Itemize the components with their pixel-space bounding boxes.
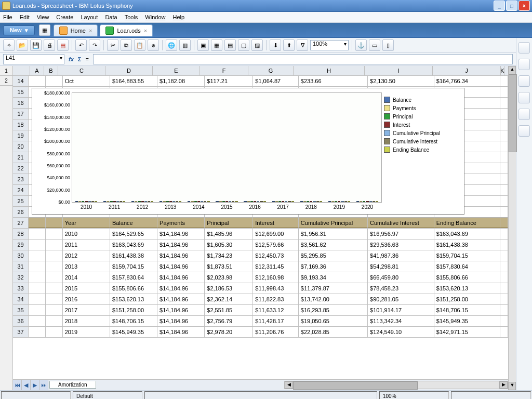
cell-E30[interactable]: $14,184.96 bbox=[157, 250, 205, 261]
cell-I34[interactable]: $90,281.05 bbox=[368, 294, 434, 304]
cell-F37[interactable]: $2,978.20 bbox=[205, 327, 253, 337]
cell-D28[interactable]: $164,529.65 bbox=[110, 229, 157, 239]
cell-K33[interactable] bbox=[500, 283, 508, 294]
cell-F31[interactable]: $1,873.51 bbox=[205, 261, 253, 272]
styles-icon[interactable] bbox=[518, 59, 530, 70]
doc-tab-home[interactable]: Home× bbox=[54, 24, 98, 36]
cell-B37[interactable] bbox=[46, 327, 63, 337]
row-header[interactable]: 21 bbox=[13, 152, 29, 163]
col-header-C[interactable]: C bbox=[58, 66, 105, 75]
cell-I33[interactable]: $78,458.23 bbox=[368, 283, 434, 294]
cell-A33[interactable] bbox=[29, 283, 46, 294]
cell-K32[interactable] bbox=[500, 272, 508, 283]
cell-C35[interactable]: 2017 bbox=[63, 305, 110, 315]
cell-H32[interactable]: $9,193.34 bbox=[299, 272, 368, 283]
cell-H35[interactable]: $16,293.85 bbox=[299, 305, 368, 315]
cell-I36[interactable]: $113,342.34 bbox=[368, 316, 434, 326]
row-header[interactable]: 20 bbox=[13, 141, 29, 152]
cell-A36[interactable] bbox=[29, 316, 46, 326]
row-header[interactable]: 18 bbox=[13, 119, 29, 130]
cell-F34[interactable]: $2,362.14 bbox=[205, 294, 253, 304]
anchor-icon[interactable]: ⚓ bbox=[355, 39, 367, 51]
cell-K31[interactable] bbox=[500, 261, 508, 272]
cell-G37[interactable]: $11,206.76 bbox=[253, 327, 299, 337]
tab-next-icon[interactable]: ▶ bbox=[31, 380, 39, 390]
formula-input[interactable] bbox=[93, 54, 513, 64]
cell-C30[interactable]: 2012 bbox=[63, 250, 110, 261]
outline-bar[interactable]: 1 2 bbox=[0, 66, 13, 390]
cell-B35[interactable] bbox=[46, 305, 63, 315]
cell-B32[interactable] bbox=[46, 272, 63, 283]
cell-C31[interactable]: 2013 bbox=[63, 261, 110, 272]
row-header[interactable]: 34 bbox=[13, 294, 29, 304]
row-header[interactable]: 30 bbox=[13, 250, 29, 261]
cell-J27[interactable]: Ending Balance bbox=[434, 218, 501, 228]
menu-tools[interactable]: Tools bbox=[125, 14, 138, 20]
cell-K21[interactable] bbox=[500, 152, 508, 163]
menu-layout[interactable]: Layout bbox=[81, 14, 98, 20]
cell-C34[interactable]: 2016 bbox=[63, 294, 110, 304]
cut-icon[interactable]: ✂ bbox=[107, 39, 118, 51]
cell-K23[interactable] bbox=[500, 174, 508, 184]
navigator-icon[interactable] bbox=[518, 92, 530, 103]
cell-I37[interactable]: $124,549.10 bbox=[368, 327, 434, 337]
cell-E14[interactable]: $1,182.08 bbox=[157, 76, 205, 86]
embedded-chart[interactable]: $0.00$20,000.00$40,000.00$60,000.00$80,0… bbox=[32, 88, 464, 215]
col-header-E[interactable]: E bbox=[153, 66, 200, 75]
row-header[interactable]: 28 bbox=[13, 229, 29, 239]
cell-G36[interactable]: $11,428.17 bbox=[253, 316, 299, 326]
cell-F36[interactable]: $2,756.79 bbox=[205, 316, 253, 326]
cell-C29[interactable]: 2011 bbox=[63, 240, 110, 250]
cell-H36[interactable]: $19,050.65 bbox=[299, 316, 368, 326]
cell-I31[interactable]: $54,298.81 bbox=[368, 261, 434, 272]
cell-B30[interactable] bbox=[46, 250, 63, 261]
cell-D30[interactable]: $161,438.38 bbox=[110, 250, 157, 261]
print-icon[interactable]: 🖨 bbox=[44, 39, 55, 51]
freeze-icon[interactable]: ▣ bbox=[197, 39, 209, 51]
tab-last-icon[interactable]: ⏭ bbox=[39, 380, 48, 390]
split-icon[interactable]: ▤ bbox=[224, 39, 236, 51]
maximize-button[interactable]: □ bbox=[506, 1, 517, 11]
close-button[interactable]: × bbox=[518, 1, 530, 11]
chart-icon[interactable]: ▥ bbox=[179, 39, 191, 51]
cell-C36[interactable]: 2018 bbox=[63, 316, 110, 326]
cell-J34[interactable]: $151,258.00 bbox=[434, 294, 501, 304]
cell-J14[interactable]: $164,766.34 bbox=[434, 76, 501, 86]
close-tab-icon[interactable]: × bbox=[144, 28, 147, 34]
cell-K26[interactable] bbox=[500, 207, 508, 217]
cell-K25[interactable] bbox=[500, 196, 508, 206]
menu-window[interactable]: Window bbox=[145, 14, 165, 20]
cell-E29[interactable]: $14,184.96 bbox=[157, 240, 205, 250]
menu-view[interactable]: View bbox=[37, 14, 49, 20]
functions-icon[interactable] bbox=[518, 125, 530, 137]
paste-icon[interactable]: 📋 bbox=[134, 39, 145, 51]
cell-D29[interactable]: $163,043.69 bbox=[110, 240, 157, 250]
cell-H31[interactable]: $7,169.36 bbox=[299, 261, 368, 272]
cell-J35[interactable]: $148,706.15 bbox=[434, 305, 501, 315]
new-doc-icon[interactable]: ✧ bbox=[3, 39, 15, 51]
cell-I32[interactable]: $66,459.80 bbox=[368, 272, 434, 283]
cell-K20[interactable] bbox=[500, 141, 508, 152]
sort-asc-icon[interactable]: ⬇ bbox=[270, 39, 281, 51]
row-header[interactable]: 23 bbox=[13, 174, 29, 184]
cell-D35[interactable]: $151,258.00 bbox=[110, 305, 157, 315]
sort-desc-icon[interactable]: ⬆ bbox=[283, 39, 295, 51]
cell-H34[interactable]: $13,742.00 bbox=[299, 294, 368, 304]
row-header[interactable]: 33 bbox=[13, 283, 29, 294]
cell-D14[interactable]: $164,883.55 bbox=[110, 76, 157, 86]
cell-H37[interactable]: $22,028.85 bbox=[299, 327, 368, 337]
cell-A37[interactable] bbox=[29, 327, 46, 337]
cell-A31[interactable] bbox=[29, 261, 46, 272]
cell-A29[interactable] bbox=[29, 240, 46, 250]
cell-B36[interactable] bbox=[46, 316, 63, 326]
cell-I14[interactable]: $2,130.50 bbox=[368, 76, 434, 86]
gallery-icon[interactable] bbox=[518, 75, 530, 87]
hscrollbar[interactable]: ◀▶ bbox=[284, 381, 508, 389]
cell-D33[interactable]: $155,806.66 bbox=[110, 283, 157, 294]
select-all-corner[interactable] bbox=[13, 66, 30, 75]
cell-I35[interactable]: $101,914.17 bbox=[368, 305, 434, 315]
new-button[interactable]: New ▾ bbox=[3, 25, 35, 35]
cell-K17[interactable] bbox=[500, 109, 508, 119]
group-icon[interactable]: ▭ bbox=[369, 39, 380, 51]
cell-G31[interactable]: $12,311.45 bbox=[253, 261, 299, 272]
